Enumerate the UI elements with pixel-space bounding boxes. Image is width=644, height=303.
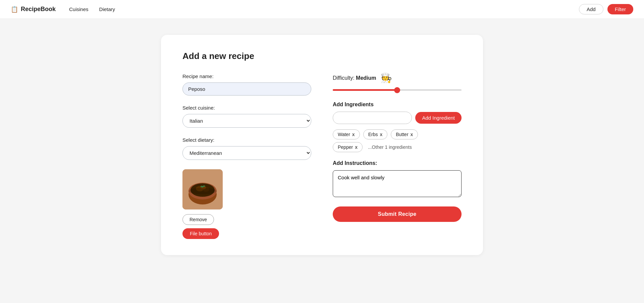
ingredient-input[interactable] [333, 112, 412, 124]
ingredient-tag-butter-remove[interactable]: x [411, 132, 413, 137]
recipe-name-group: Recipe name: [182, 73, 311, 96]
ingredient-tag-erbs: Erbs x [363, 129, 388, 139]
ingredient-tag-water-remove[interactable]: x [352, 132, 355, 137]
difficulty-section: Difficulty: Medium 🧑‍🍳 [333, 73, 462, 92]
food-image-svg [182, 169, 223, 209]
image-actions: Remove File button [182, 214, 311, 239]
recipe-card: Add a new recipe Recipe name: Select cui… [161, 35, 483, 255]
ingredient-tag-water-label: Water [338, 132, 350, 137]
brand-name: RecipeBook [21, 6, 56, 13]
navbar-actions: Add Filter [579, 4, 633, 14]
ingredient-tag-butter: Butter x [391, 129, 418, 139]
form-grid: Recipe name: Select cuisine: Italian Fre… [182, 73, 462, 239]
filter-button[interactable]: Filter [607, 4, 633, 14]
file-button[interactable]: File button [182, 228, 219, 239]
instructions-label: Add Instructions: [333, 160, 462, 166]
select-dietary-label: Select dietary: [182, 137, 311, 143]
ingredient-tags: Water x Erbs x Butter x [333, 129, 462, 139]
add-button[interactable]: Add [579, 4, 603, 14]
food-image-preview [182, 169, 223, 209]
ingredient-tags-row2: Pepper x ...Other 1 ingredients [333, 142, 462, 152]
brand-icon: 📋 [11, 6, 18, 13]
page-content: Add a new recipe Recipe name: Select cui… [0, 19, 644, 271]
dietary-select[interactable]: Mediterranean Vegan Vegetarian Gluten-Fr… [182, 146, 311, 160]
remove-button[interactable]: Remove [182, 214, 214, 225]
cuisine-select[interactable]: Italian French Spanish Greek Japanese Ch… [182, 114, 311, 128]
navbar-links: Cuisines Dietary [69, 6, 579, 12]
difficulty-label: Difficulty: Medium [333, 75, 376, 81]
navbar-link-cuisines[interactable]: Cuisines [69, 6, 89, 12]
ingredient-input-row: Add Ingredient [333, 112, 462, 124]
ingredients-label: Add Ingredients [333, 102, 462, 108]
recipe-name-label: Recipe name: [182, 73, 311, 79]
brand: 📋 RecipeBook [11, 6, 56, 13]
recipe-name-input[interactable] [182, 82, 311, 96]
ingredient-tag-erbs-remove[interactable]: x [380, 132, 382, 137]
slider-container [333, 86, 462, 92]
difficulty-slider[interactable] [333, 89, 462, 91]
select-cuisine-label: Select cuisine: [182, 105, 311, 111]
select-cuisine-group: Select cuisine: Italian French Spanish G… [182, 105, 311, 128]
ingredient-tag-erbs-label: Erbs [368, 132, 378, 137]
ingredient-tag-pepper: Pepper x [333, 142, 363, 152]
difficulty-icon: 🧑‍🍳 [380, 73, 392, 83]
right-column: Difficulty: Medium 🧑‍🍳 Add Ingredients A… [333, 73, 462, 239]
left-column: Recipe name: Select cuisine: Italian Fre… [182, 73, 311, 239]
ingredient-tag-butter-label: Butter [396, 132, 408, 137]
difficulty-header: Difficulty: Medium 🧑‍🍳 [333, 73, 462, 83]
submit-recipe-button[interactable]: Submit Recipe [333, 206, 462, 222]
card-title: Add a new recipe [182, 51, 462, 61]
ingredient-tag-pepper-remove[interactable]: x [355, 144, 358, 150]
ingredients-section: Add Ingredients Add Ingredient Water x E… [333, 102, 462, 152]
navbar: 📋 RecipeBook Cuisines Dietary Add Filter [0, 0, 644, 19]
add-ingredient-button[interactable]: Add Ingredient [415, 112, 462, 124]
more-ingredients-text: ...Other 1 ingredients [368, 144, 412, 150]
svg-point-10 [189, 188, 217, 194]
ingredient-tag-pepper-label: Pepper [338, 144, 353, 150]
select-dietary-group: Select dietary: Mediterranean Vegan Vege… [182, 137, 311, 160]
instructions-textarea[interactable] [333, 170, 462, 197]
ingredient-tag-water: Water x [333, 129, 360, 139]
instructions-section: Add Instructions: [333, 160, 462, 198]
navbar-link-dietary[interactable]: Dietary [99, 6, 115, 12]
